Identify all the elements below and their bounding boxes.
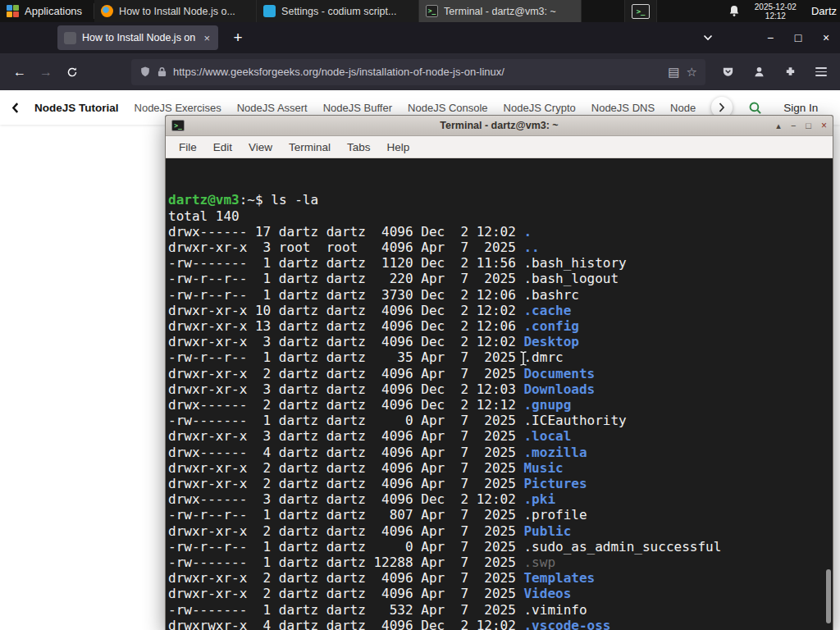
url-text[interactable]: https://www.geeksforgeeks.org/node-js/in… — [173, 66, 661, 78]
reload-button[interactable] — [59, 60, 85, 84]
tab-title: How to Install Node.js on... — [82, 32, 196, 43]
applications-menu[interactable]: Applications — [0, 0, 94, 22]
terminal-window-title: Terminal - dartz@vm3: ~ — [166, 120, 833, 131]
search-icon[interactable] — [748, 101, 762, 115]
terminal-line: drwx------ 3 dartz dartz 4096 Dec 2 12:0… — [168, 491, 833, 507]
terminal-icon: >_ — [426, 5, 438, 17]
terminal-line: drwx------ 17 dartz dartz 4096 Dec 2 12:… — [168, 224, 833, 240]
taskbar-item-label: Settings - codium script... — [281, 6, 396, 17]
tracking-shield-icon[interactable] — [139, 66, 151, 78]
browser-navigation-toolbar: ← → https://www.geeksforgeeks.org/node-j… — [0, 53, 840, 90]
terminal-output[interactable]: dartz@vm3:~$ ls -latotal 140drwx------ 1… — [166, 158, 833, 630]
terminal-menubar: File Edit View Terminal Tabs Help — [166, 136, 833, 158]
taskbar-item-terminal[interactable]: >_ Terminal - dartz@vm3: ~ — [419, 0, 582, 22]
back-button[interactable]: ← — [7, 60, 33, 84]
panel-clock[interactable]: 2025-12-02 12:12 — [755, 2, 797, 21]
terminal-line: drwxr-xr-x 3 dartz dartz 4096 Dec 2 12:0… — [168, 334, 833, 349]
terminal-close-button[interactable]: × — [821, 120, 827, 131]
list-tabs-chevron-icon[interactable] — [694, 25, 722, 50]
pocket-icon[interactable] — [715, 60, 740, 84]
browser-tab-bar: How to Install Node.js on... × + − □ × — [0, 22, 840, 53]
terminal-output-lines: dartz@vm3:~$ ls -latotal 140drwx------ 1… — [168, 192, 833, 630]
browser-tab[interactable]: How to Install Node.js on... × — [57, 25, 218, 50]
reader-mode-icon[interactable]: ▤ — [668, 65, 679, 80]
clock-time: 12:12 — [755, 11, 797, 21]
taskbar-item-label: Terminal - dartz@vm3: ~ — [444, 6, 556, 17]
terminal-maximize-button[interactable]: □ — [806, 121, 811, 130]
nav-link-nodejs-tutorial[interactable]: NodeJS Tutorial — [34, 102, 119, 114]
terminal-shade-button[interactable]: ▴ — [776, 121, 781, 131]
terminal-line: total 140 — [168, 208, 833, 224]
terminal-line: drwxr-xr-x 3 dartz dartz 4096 Dec 2 12:0… — [168, 381, 833, 397]
page-favicon-icon — [64, 32, 76, 44]
terminal-line: drwxr-xr-x 2 dartz dartz 4096 Apr 7 2025… — [168, 476, 833, 491]
nav-link-nodejs-exercises[interactable]: NodeJS Exercises — [135, 102, 221, 114]
terminal-line: drwxr-xr-x 3 root root 4096 Apr 7 2025 .… — [168, 240, 833, 255]
terminal-line: drwx------ 4 dartz dartz 4096 Apr 7 2025… — [168, 445, 833, 460]
account-icon[interactable] — [746, 60, 771, 84]
nav-link-nodejs-buffer[interactable]: NodeJS Buffer — [323, 102, 392, 114]
lock-icon[interactable] — [158, 66, 167, 77]
window-minimize-button[interactable]: − — [756, 25, 784, 50]
forward-button[interactable]: → — [33, 60, 59, 84]
terminal-line: drwxr-xr-x 2 dartz dartz 4096 Apr 7 2025… — [168, 523, 833, 539]
nav-scroll-left-icon[interactable] — [11, 103, 19, 113]
nav-link-nodejs-crypto[interactable]: NodeJS Crypto — [504, 102, 576, 114]
taskbar-item-codium[interactable]: Settings - codium script... — [257, 0, 419, 22]
nav-link-nodejs-dns[interactable]: NodeJS DNS — [591, 102, 655, 114]
terminal-window: >_ Terminal - dartz@vm3: ~ ▴ − □ × File … — [165, 115, 833, 630]
terminal-line: drwxrwxr-x 4 dartz dartz 4096 Dec 2 12:0… — [168, 618, 833, 630]
taskbar-item-label: How to Install Node.js o... — [119, 6, 235, 17]
terminal-titlebar[interactable]: >_ Terminal - dartz@vm3: ~ ▴ − □ × — [166, 116, 833, 136]
menu-view[interactable]: View — [240, 141, 281, 153]
new-tab-button[interactable]: + — [225, 25, 251, 50]
clock-date: 2025-12-02 — [755, 2, 797, 11]
terminal-line: -rw------- 1 dartz dartz 12288 Apr 7 202… — [168, 555, 833, 570]
terminal-line: -rw------- 1 dartz dartz 1120 Dec 2 11:5… — [168, 255, 833, 271]
terminal-minimize-button[interactable]: − — [791, 121, 796, 130]
terminal-line: drwxr-xr-x 2 dartz dartz 4096 Apr 7 2025… — [168, 586, 833, 601]
notification-bell-icon[interactable] — [728, 5, 740, 17]
terminal-window-icon: >_ — [171, 120, 185, 131]
terminal-line: drwxr-xr-x 2 dartz dartz 4096 Apr 7 2025… — [168, 570, 833, 586]
terminal-line: -rw------- 1 dartz dartz 532 Apr 7 2025 … — [168, 602, 833, 618]
menu-hamburger-icon[interactable] — [809, 60, 833, 84]
nav-link-nodejs-console[interactable]: NodeJS Console — [408, 102, 488, 114]
terminal-line: drwxr-xr-x 2 dartz dartz 4096 Apr 7 2025… — [168, 460, 833, 476]
extensions-puzzle-icon[interactable] — [778, 60, 802, 84]
terminal-line: -rw-r--r-- 1 dartz dartz 0 Apr 7 2025 .s… — [168, 539, 833, 555]
terminal-line: -rw-r--r-- 1 dartz dartz 807 Apr 7 2025 … — [168, 507, 833, 523]
window-close-button[interactable]: × — [812, 25, 840, 50]
terminal-line: -rw-r--r-- 1 dartz dartz 220 Apr 7 2025 … — [168, 271, 833, 286]
bookmark-star-icon[interactable]: ☆ — [687, 65, 697, 80]
menu-file[interactable]: File — [171, 141, 205, 153]
terminal-scrollbar-thumb[interactable] — [826, 569, 831, 623]
menu-tabs[interactable]: Tabs — [339, 141, 379, 153]
window-maximize-button[interactable]: □ — [784, 25, 812, 50]
tab-close-icon[interactable]: × — [202, 32, 212, 44]
terminal-line: -rw-r--r-- 1 dartz dartz 35 Apr 7 2025 .… — [168, 349, 833, 365]
terminal-launcher-icon: >_ — [632, 4, 650, 19]
url-bar[interactable]: https://www.geeksforgeeks.org/node-js/in… — [131, 59, 705, 85]
menu-help[interactable]: Help — [379, 141, 418, 153]
terminal-line: -rw------- 1 dartz dartz 0 Apr 7 2025 .I… — [168, 413, 833, 428]
terminal-line: dartz@vm3:~$ ls -la — [168, 192, 833, 208]
nav-link-nodejs-assert[interactable]: NodeJS Assert — [237, 102, 308, 114]
applications-label: Applications — [25, 5, 82, 17]
menu-terminal[interactable]: Terminal — [281, 141, 339, 153]
nav-link-node-truncated[interactable]: Node — [670, 102, 696, 114]
panel-user-label[interactable]: Dartz — [811, 5, 837, 17]
desktop-topbar: Applications How to Install Node.js o...… — [0, 0, 840, 22]
terminal-line: drwx------ 2 dartz dartz 4096 Dec 2 12:1… — [168, 397, 833, 413]
terminal-line: drwxr-xr-x 13 dartz dartz 4096 Dec 2 12:… — [168, 318, 833, 334]
codium-icon — [263, 5, 276, 17]
terminal-line: drwxr-xr-x 2 dartz dartz 4096 Apr 7 2025… — [168, 366, 833, 381]
terminal-launcher-button[interactable]: >_ — [624, 0, 657, 22]
terminal-line: -rw-r--r-- 1 dartz dartz 3730 Dec 2 12:0… — [168, 287, 833, 303]
menu-edit[interactable]: Edit — [205, 141, 240, 153]
terminal-line: drwxr-xr-x 3 dartz dartz 4096 Apr 7 2025… — [168, 428, 833, 444]
taskbar-item-firefox[interactable]: How to Install Node.js o... — [94, 0, 257, 22]
terminal-line: drwxr-xr-x 10 dartz dartz 4096 Dec 2 12:… — [168, 303, 833, 318]
firefox-icon — [101, 5, 113, 17]
sign-in-button[interactable]: Sign In — [783, 102, 839, 114]
